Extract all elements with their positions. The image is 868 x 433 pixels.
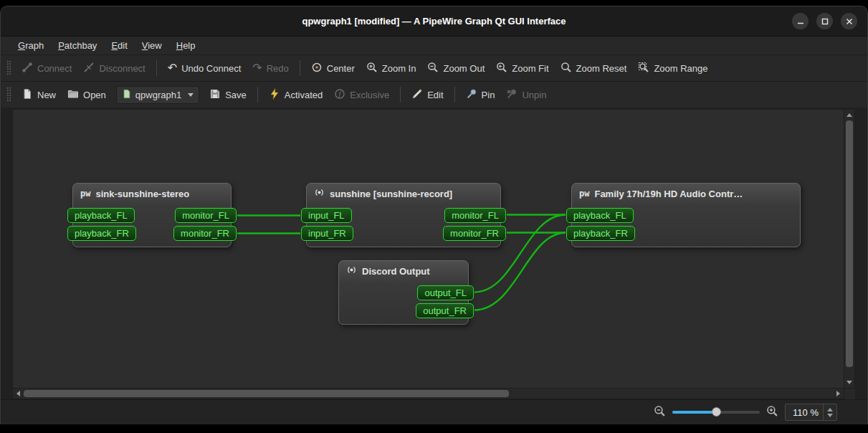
window-title: qpwgraph1 [modified] — A PipeWire Graph …	[302, 16, 566, 27]
arrow-left-icon	[16, 391, 20, 396]
minimize-icon	[797, 18, 804, 25]
connect-icon	[22, 62, 33, 75]
vertical-scrollbar[interactable]	[844, 109, 855, 389]
port-output[interactable]: monitor_FL	[444, 208, 506, 223]
arrow-up-icon	[846, 113, 852, 117]
unpin-button[interactable]: Unpin	[500, 85, 552, 105]
zoom-reset-button[interactable]: Zoom Reset	[555, 58, 633, 79]
chevron-down-icon	[188, 93, 194, 97]
port-output[interactable]: monitor_FR	[443, 226, 506, 241]
undo-connect-button[interactable]: ↶ Undo Connect	[162, 60, 247, 77]
port-output[interactable]: monitor_FL	[175, 208, 237, 223]
maximize-button[interactable]	[816, 13, 833, 29]
scroll-left-button[interactable]	[13, 389, 24, 399]
open-button[interactable]: Open	[62, 85, 112, 105]
close-icon	[846, 18, 853, 25]
toolbar-separator	[257, 87, 258, 103]
close-button[interactable]	[841, 13, 857, 29]
zoom-fit-icon	[496, 62, 507, 75]
redo-icon: ↷	[252, 63, 262, 73]
window-controls	[792, 6, 857, 36]
audio-record-icon	[346, 265, 357, 277]
scroll-up-button[interactable]	[844, 110, 854, 120]
toolbar-drag-handle[interactable]	[6, 60, 11, 76]
qpwgraph-window: qpwgraph1 [modified] — A PipeWire Graph …	[0, 6, 868, 424]
zoom-range-button[interactable]: Zoom Range	[632, 58, 713, 79]
menu-view[interactable]: View	[135, 38, 169, 53]
port-output[interactable]: output_FR	[416, 303, 474, 318]
zoom-in-icon	[366, 62, 378, 75]
scroll-right-button[interactable]	[833, 389, 844, 399]
toolbar-separator	[156, 60, 157, 76]
zoom-value: 110 %	[786, 407, 823, 418]
maximize-icon	[821, 18, 829, 25]
activated-bolt-icon	[269, 88, 280, 102]
patchbay-selector-value: qpwgraph1	[135, 90, 181, 100]
scroll-down-button[interactable]	[844, 377, 854, 388]
exclusive-icon: f	[334, 88, 345, 102]
vertical-scroll-thumb[interactable]	[846, 120, 853, 367]
patchbay-toolbar: New Open qpwgraph1 Save Act	[1, 81, 867, 108]
save-icon	[209, 88, 221, 102]
scrollbar-corner	[844, 389, 855, 399]
exclusive-button[interactable]: f Exclusive	[328, 85, 395, 105]
horizontal-scrollbar[interactable]	[12, 389, 844, 399]
edit-button[interactable]: Edit	[406, 85, 449, 105]
menu-edit[interactable]: Edit	[104, 38, 134, 53]
disconnect-icon	[83, 62, 95, 75]
toolbar-drag-handle[interactable]	[6, 87, 11, 103]
menubar: Graph Patchbay Edit View Help	[1, 37, 867, 54]
menu-patchbay[interactable]: Patchbay	[51, 38, 104, 53]
disconnect-button[interactable]: Disconnect	[77, 58, 151, 79]
svg-text:f: f	[339, 90, 342, 97]
center-button[interactable]: Center	[305, 58, 361, 79]
minimize-button[interactable]	[792, 13, 809, 29]
port-input[interactable]: input_FR	[301, 226, 353, 241]
audio-record-icon	[314, 187, 325, 200]
redo-button[interactable]: ↷ Redo	[247, 60, 294, 77]
activated-button[interactable]: Activated	[263, 85, 328, 105]
zoom-in-icon[interactable]	[766, 405, 778, 419]
connect-button[interactable]: Connect	[16, 58, 77, 79]
spin-down-button[interactable]	[827, 414, 833, 417]
port-input[interactable]: playback_FL	[566, 208, 634, 223]
pin-button[interactable]: Pin	[460, 85, 501, 105]
node-title: Family 17h/19h HD Audio Contr…	[594, 189, 743, 199]
zoom-out-icon	[427, 62, 439, 75]
port-output[interactable]: monitor_FR	[173, 226, 237, 241]
menu-graph[interactable]: Graph	[11, 38, 51, 53]
center-icon	[311, 62, 323, 75]
zoom-out-icon[interactable]	[654, 405, 666, 419]
graph-view[interactable]: pw sink-sunshine-stereo playback_FL play…	[12, 109, 844, 389]
save-button[interactable]: Save	[204, 85, 252, 105]
node-sink-sunshine-stereo[interactable]: pw sink-sunshine-stereo playback_FL play…	[72, 183, 232, 247]
port-input[interactable]: playback_FL	[67, 208, 135, 223]
pipewire-icon: pw	[579, 189, 589, 199]
node-family-hd-audio[interactable]: pw Family 17h/19h HD Audio Contr… playba…	[571, 183, 801, 247]
pipewire-icon: pw	[80, 189, 90, 199]
node-title: sink-sunshine-stereo	[95, 189, 189, 199]
arrow-down-icon	[846, 381, 852, 384]
new-file-icon	[22, 88, 33, 102]
zoom-out-button[interactable]: Zoom Out	[421, 58, 490, 79]
horizontal-scroll-thumb[interactable]	[24, 390, 509, 397]
patchbay-selector[interactable]: qpwgraph1	[116, 86, 199, 104]
zoom-spinbox[interactable]: 110 %	[785, 404, 837, 421]
new-button[interactable]: New	[16, 85, 62, 105]
patchbay-file-icon	[122, 89, 131, 101]
titlebar[interactable]: qpwgraph1 [modified] — A PipeWire Graph …	[1, 6, 867, 37]
port-input[interactable]: input_FL	[301, 208, 352, 223]
zoom-reset-icon	[561, 62, 572, 75]
node-title: Discord Output	[362, 266, 430, 277]
zoom-fit-button[interactable]: Zoom Fit	[490, 58, 554, 79]
zoom-in-button[interactable]: Zoom In	[361, 58, 422, 79]
port-input[interactable]: playback_FR	[67, 226, 136, 241]
node-discord-output[interactable]: Discord Output output_FL output_FR	[338, 260, 469, 325]
spin-up-button[interactable]	[827, 408, 833, 411]
menu-help[interactable]: Help	[169, 38, 203, 53]
zoom-slider[interactable]	[672, 407, 760, 417]
port-output[interactable]: output_FL	[417, 285, 474, 300]
node-sunshine-record[interactable]: sunshine [sunshine-record] input_FL inpu…	[306, 183, 501, 247]
port-input[interactable]: playback_FR	[566, 226, 635, 241]
zoom-slider-handle[interactable]	[712, 407, 721, 417]
